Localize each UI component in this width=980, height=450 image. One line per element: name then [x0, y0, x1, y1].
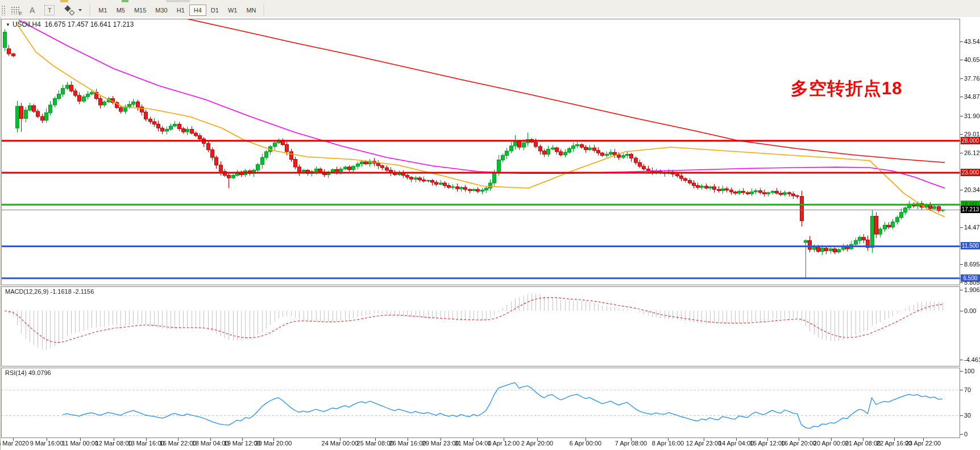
time-axis-label: 2 Apr 20:00 [510, 440, 564, 447]
timeframe-button-w1[interactable]: W1 [223, 5, 242, 16]
toolbar: FAT M1M5M15M30H1H4D1W1MN [0, 0, 980, 18]
time-axis-label: 20 Mar 20:00 [246, 440, 301, 447]
drawing-tools-group: FAT [7, 4, 87, 16]
grid-snap-icon[interactable]: F [11, 6, 20, 14]
price-tag-23.000: 23.000 [961, 169, 980, 176]
toolbar-separator [264, 4, 265, 16]
rsi-axis-label: 0 [964, 431, 967, 438]
toolbar-row: FAT M1M5M15M30H1H4D1W1MN [0, 3, 980, 17]
macd-indicator-label: MACD(12,26,9) -1.1618 -2.1156 [5, 288, 94, 295]
toolbar-separator [90, 4, 91, 16]
macd-axis-label: 1.9069 [964, 286, 980, 293]
timeframe-group: M1M5M15M30H1H4D1W1MN [94, 5, 260, 16]
font-label-icon[interactable]: A [30, 4, 35, 16]
time-axis-label: 23 Apr 22:00 [896, 440, 950, 447]
price-axis-label: 37.765 [964, 75, 980, 82]
timeframe-button-m1[interactable]: M1 [94, 5, 111, 16]
price-axis-label: 14.475 [964, 224, 980, 231]
rsi-axis-label: 100 [964, 368, 974, 374]
price-axis-label: 26.120 [964, 149, 980, 156]
timeframe-button-h4[interactable]: H4 [189, 5, 206, 16]
timeframe-button-m15[interactable]: M15 [130, 5, 151, 16]
rsi-indicator-label: RSI(14) 49.0796 [5, 369, 51, 376]
price-axis-label: 20.340 [964, 186, 980, 193]
timeframe-button-m30[interactable]: M30 [151, 5, 172, 16]
price-axis-label: 43.545 [964, 38, 980, 45]
macd-axis-label: 0.00 [964, 307, 976, 314]
price-tag-17.213: 17.213 [961, 206, 980, 213]
chart-symbol-period: USOil,H4 [13, 20, 41, 28]
rsi-axis-label: 70 [964, 386, 971, 393]
timeframe-button-h1[interactable]: H1 [172, 5, 189, 16]
price-axis-label: 8.695 [964, 261, 980, 268]
dropdown-caret-icon[interactable] [78, 9, 82, 11]
price-axis-label: 40.655 [964, 56, 980, 63]
shapes-dropdown-icon[interactable] [64, 5, 74, 15]
price-axis-label: 31.900 [964, 113, 980, 119]
rsi-axis-label: 30 [964, 412, 971, 419]
toolbar-clipped-icon [60, 0, 68, 2]
price-tag-11.500: 11.500 [961, 242, 980, 249]
toolbar-grip[interactable] [1, 5, 6, 15]
timeframe-button-d1[interactable]: D1 [206, 5, 223, 16]
text-object-icon[interactable]: T [44, 5, 55, 15]
chart-area: ▼USOil,H4 16.675 17.457 16.641 17.213 MA… [0, 17, 980, 450]
price-tag-28.000: 28.000 [961, 137, 980, 144]
chart-ohlc-values: 16.675 17.457 16.641 17.213 [45, 20, 134, 28]
price-tag-6.500: 6.500 [961, 274, 980, 282]
toolbar-clipped-icon [166, 0, 190, 2]
price-axis-label: 34.875 [964, 93, 980, 100]
chart-annotation-text[interactable]: 多空转折点18 [791, 77, 902, 101]
chart-dropdown-icon[interactable]: ▼ [6, 22, 10, 27]
timeframe-button-mn[interactable]: MN [242, 5, 260, 16]
chart-title: ▼USOil,H4 16.675 17.457 16.641 17.213 [6, 20, 134, 28]
trading-terminal: FAT M1M5M15M30H1H4D1W1MN ▼USOil,H4 16.67… [0, 0, 980, 450]
toolbar-clipped-icon [122, 0, 128, 2]
timeframe-button-m5[interactable]: M5 [112, 5, 130, 16]
macd-axis-label: -4.4614 [964, 356, 980, 363]
